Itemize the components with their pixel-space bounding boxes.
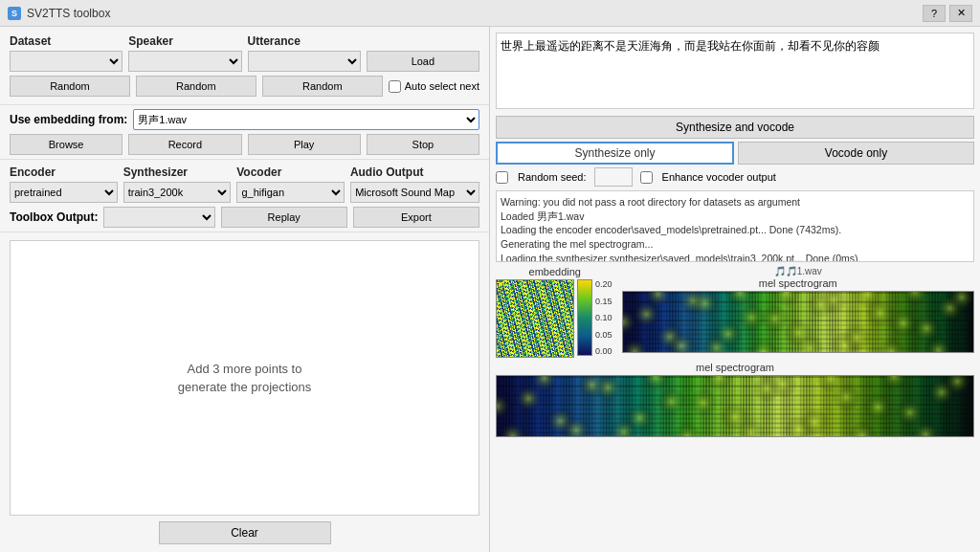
vocoder-select[interactable]: g_hifigan: [236, 182, 345, 203]
play-button[interactable]: Play: [248, 134, 361, 155]
random-dataset-button[interactable]: Random: [10, 76, 130, 97]
spectrogram-2-title: mel spectrogram: [496, 362, 974, 373]
app-icon: S: [8, 7, 21, 20]
colormap-labels: 0.20 0.15 0.10 0.05 0.00: [593, 279, 614, 356]
colormap-min: 0.00: [595, 346, 612, 356]
toolbox-output-label: Toolbox Output:: [10, 210, 98, 224]
auto-select-checkbox[interactable]: [389, 80, 401, 93]
log-line-5: Loading the synthesizer synthesizer\save…: [501, 252, 969, 262]
embedding-canvas: [496, 279, 574, 358]
dataset-label: Dataset: [10, 34, 122, 48]
enhance-vocoder-label: Enhance vocoder output: [662, 171, 776, 183]
dataset-col: Dataset: [10, 34, 122, 72]
synthesizer-label: Synthesizer: [123, 166, 232, 179]
right-panel: 世界上最遥远的距离不是天涯海角，而是我站在你面前，却看不见你的容颜 Synthe…: [490, 27, 980, 552]
colormap-3: 0.05: [595, 330, 612, 340]
embedding-select[interactable]: 男声1.wav: [133, 109, 479, 130]
encoder-select[interactable]: pretrained: [10, 182, 118, 203]
projection-section: Add 3 more points togenerate the project…: [0, 232, 489, 552]
spec2-canvas-element: [497, 376, 973, 436]
embedding-section: Use embedding from: 男声1.wav Browse Recor…: [0, 105, 489, 160]
audio-output-select[interactable]: Microsoft Sound Map: [350, 182, 479, 203]
synthesize-vocode-button[interactable]: Synthesize and vocode: [496, 116, 974, 139]
embedding-viz-row: embedding 0.20 0.15 0.10 0.05 0.00: [496, 266, 974, 358]
dataset-select[interactable]: [10, 51, 122, 72]
spectrogram-2-block: mel spectrogram: [496, 362, 974, 437]
projection-area: Add 3 more points togenerate the project…: [10, 240, 479, 516]
seed-input[interactable]: 0: [594, 167, 633, 187]
title-bar-left: S SV2TTS toolbox: [8, 7, 110, 20]
window-title: SV2TTS toolbox: [27, 7, 110, 20]
vocode-only-button[interactable]: Vocode only: [738, 142, 974, 165]
random-seed-label: Random seed:: [518, 171, 587, 183]
utterance-col: Utterance: [248, 34, 361, 72]
colormap-container: 0.20 0.15 0.10 0.05 0.00: [577, 279, 614, 356]
embedding-block: embedding 0.20 0.15 0.10 0.05 0.00: [496, 266, 614, 358]
colormap-max: 0.20: [595, 279, 612, 289]
replay-button[interactable]: Replay: [221, 207, 347, 228]
random-utterance-button[interactable]: Random: [262, 76, 383, 97]
synthesize-only-button[interactable]: Synthesize only: [496, 142, 734, 165]
toolbox-output-select[interactable]: [103, 207, 214, 228]
log-line-1: Warning: you did not pass a root directo…: [501, 195, 969, 210]
utterance-select[interactable]: [248, 51, 361, 72]
spectrogram-1-subtitle: 🎵🎵1.wav: [622, 266, 974, 276]
speaker-select[interactable]: [128, 51, 241, 72]
spectrogram-1-block: 🎵🎵1.wav mel spectrogram: [622, 266, 974, 353]
colormap-1: 0.15: [595, 297, 612, 306]
help-button[interactable]: ?: [923, 5, 946, 22]
speaker-col: Speaker: [128, 34, 241, 72]
utterance-label: Utterance: [248, 34, 361, 48]
colormap-2: 0.10: [595, 313, 612, 322]
window-controls: ? ✕: [923, 5, 972, 22]
title-bar: S SV2TTS toolbox ? ✕: [0, 0, 980, 27]
colormap-bar: [577, 279, 592, 356]
record-button[interactable]: Record: [128, 134, 241, 155]
speaker-label: Speaker: [128, 34, 241, 48]
synthesize-row: Synthesize and vocode: [496, 116, 974, 139]
export-button[interactable]: Export: [353, 207, 479, 228]
text-input[interactable]: 世界上最遥远的距离不是天涯海角，而是我站在你面前，却看不见你的容颜: [496, 33, 974, 109]
spectrogram-1-canvas: [622, 291, 974, 353]
text-area-wrapper: 世界上最遥远的距离不是天涯海角，而是我站在你面前，却看不见你的容颜: [496, 33, 974, 112]
browse-button[interactable]: Browse: [10, 134, 122, 155]
left-panel: Dataset Speaker Utterance Load Random Ra…: [0, 27, 490, 552]
random-seed-checkbox[interactable]: [496, 171, 508, 184]
log-line-3: Loading the encoder encoder\saved_models…: [501, 223, 969, 237]
vocoder-label: Vocoder: [236, 166, 345, 179]
encoder-section: Encoder Synthesizer Vocoder Audio Output…: [0, 160, 489, 232]
audio-output-label: Audio Output: [350, 166, 479, 179]
projection-message: Add 3 more points togenerate the project…: [178, 360, 311, 397]
synthesizer-select[interactable]: train3_200k: [123, 182, 232, 203]
random-speaker-button[interactable]: Random: [136, 76, 256, 97]
encoder-label: Encoder: [10, 166, 118, 179]
seed-row: Random seed: 0 Enhance vocoder output: [496, 167, 974, 187]
embedding-title: embedding: [496, 266, 614, 277]
dataset-section: Dataset Speaker Utterance Load Random Ra…: [0, 27, 489, 105]
load-col: Load: [367, 34, 479, 72]
auto-select-container: Auto select next: [389, 76, 479, 97]
log-area: Warning: you did not pass a root directo…: [496, 190, 974, 262]
spectrogram-1-title: mel spectrogram: [622, 277, 974, 289]
log-line-4: Generating the mel spectrogram...: [501, 237, 969, 252]
log-line-2: Loaded 男声1.wav: [501, 210, 969, 224]
stop-button[interactable]: Stop: [367, 134, 479, 155]
load-button[interactable]: Load: [367, 51, 479, 72]
enhance-vocoder-checkbox[interactable]: [640, 171, 653, 184]
clear-button[interactable]: Clear: [159, 521, 331, 544]
synth-only-row: Synthesize only Vocode only: [496, 142, 974, 165]
auto-select-label: Auto select next: [405, 80, 479, 92]
close-button[interactable]: ✕: [949, 5, 972, 22]
embedding-label: Use embedding from:: [10, 113, 127, 126]
spec1-canvas-element: [623, 292, 973, 352]
spectrogram-2-canvas: [496, 375, 974, 437]
